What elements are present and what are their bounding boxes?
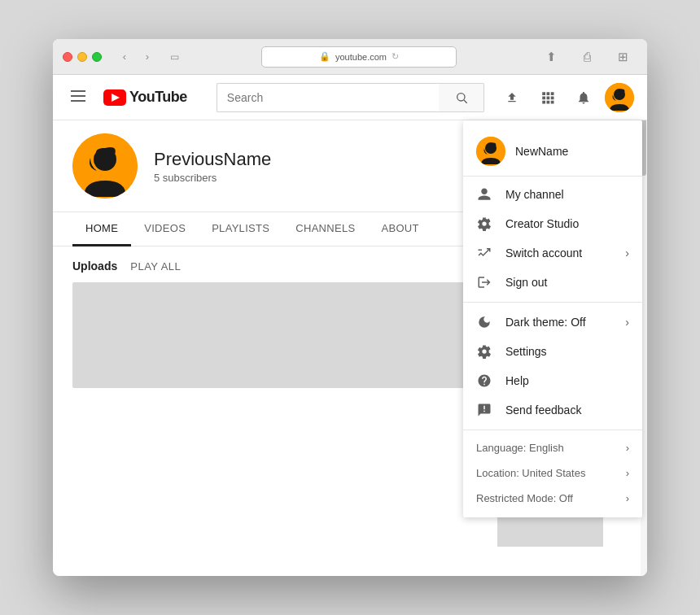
tab-home[interactable]: HOME: [72, 212, 131, 246]
hamburger-menu-button[interactable]: [66, 84, 90, 111]
titlebar-right: ⬆ ⎙ ⊞: [536, 42, 637, 72]
play-all-button[interactable]: PLAY ALL: [130, 260, 181, 273]
svg-rect-1: [71, 95, 85, 97]
yt-header: YouTube: [53, 75, 647, 120]
account-dropdown-menu: NewName My channel Creator Studio: [463, 120, 642, 517]
header-right: [497, 83, 634, 112]
browser-window: ‹ › ▭ 🔒 youtube.com ↻ ⬆ ⎙ ⊞: [53, 39, 647, 576]
youtube-play-icon: [112, 94, 120, 102]
dropdown-item-location[interactable]: Location: United States ›: [463, 460, 642, 486]
address-bar: 🔒 youtube.com ↻: [221, 46, 497, 68]
dropdown-avatar-icon: [476, 137, 505, 166]
svg-rect-9: [547, 96, 550, 99]
dropdown-divider-1: [463, 302, 642, 303]
apps-button[interactable]: [533, 83, 562, 112]
switch-account-icon: [476, 245, 492, 261]
dropdown-item-restricted[interactable]: Restricted Mode: Off ›: [463, 486, 642, 511]
language-label: Language: English: [476, 442, 564, 454]
share-icon[interactable]: ⎙: [572, 42, 602, 72]
location-chevron: ›: [626, 467, 629, 479]
svg-rect-11: [542, 100, 545, 103]
channel-avatar-icon: [72, 133, 138, 198]
creator-studio-label: Creator Studio: [505, 217, 629, 230]
help-icon: [476, 373, 492, 389]
svg-rect-8: [542, 96, 545, 99]
youtube-logo-icon: [103, 89, 126, 106]
tab-channels[interactable]: CHANNELS: [282, 212, 368, 246]
youtube-logo[interactable]: YouTube: [103, 89, 187, 106]
avatar-icon: [605, 83, 634, 112]
titlebar: ‹ › ▭ 🔒 youtube.com ↻ ⬆ ⎙ ⊞: [53, 39, 647, 75]
upload-button[interactable]: [497, 83, 527, 112]
dropdown-username: NewName: [515, 145, 568, 158]
dropdown-item-my-channel[interactable]: My channel: [463, 180, 642, 209]
sign-out-label: Sign out: [505, 276, 629, 289]
language-chevron: ›: [626, 442, 629, 454]
channel-subscribers: 5 subscribers: [154, 172, 475, 184]
close-window-button[interactable]: [63, 52, 72, 62]
account-avatar-button[interactable]: [605, 83, 634, 112]
dropdown-item-settings[interactable]: Settings: [463, 337, 642, 366]
traffic-lights: [63, 52, 102, 62]
channel-avatar: [72, 133, 138, 198]
svg-line-4: [464, 100, 467, 103]
tab-playlists[interactable]: PLAYLISTS: [199, 212, 282, 246]
my-channel-label: My channel: [505, 188, 629, 201]
search-input[interactable]: [217, 83, 439, 112]
tab-videos[interactable]: VIDEOS: [131, 212, 199, 246]
dropdown-user-header: NewName: [463, 127, 642, 177]
youtube-logo-text: YouTube: [129, 89, 187, 106]
svg-point-3: [457, 93, 464, 100]
dark-theme-icon: [476, 314, 492, 330]
notifications-button[interactable]: [569, 83, 598, 112]
settings-label: Settings: [505, 345, 629, 358]
feedback-icon: [476, 402, 492, 418]
dropdown-item-sign-out[interactable]: Sign out: [463, 268, 642, 297]
help-label: Help: [505, 374, 629, 387]
dark-theme-label: Dark theme: Off: [505, 316, 612, 329]
channel-name: PreviousName: [154, 149, 475, 170]
upload-icon[interactable]: ⬆: [536, 42, 566, 72]
restricted-chevron: ›: [626, 492, 629, 504]
dropdown-avatar: [476, 137, 505, 166]
settings-icon: [476, 343, 492, 360]
channel-info: PreviousName 5 subscribers: [154, 149, 475, 184]
location-label: Location: United States: [476, 467, 585, 479]
svg-rect-12: [547, 100, 550, 103]
dropdown-item-dark-theme[interactable]: Dark theme: Off ›: [463, 308, 642, 337]
dropdown-item-language[interactable]: Language: English ›: [463, 435, 642, 460]
url-input[interactable]: 🔒 youtube.com ↻: [261, 46, 457, 68]
svg-rect-7: [551, 92, 554, 95]
svg-rect-10: [551, 96, 554, 99]
dark-theme-chevron: ›: [625, 316, 629, 329]
minimize-window-button[interactable]: [77, 52, 87, 62]
youtube-page: YouTube: [53, 75, 647, 576]
svg-rect-6: [547, 92, 550, 95]
dropdown-item-help[interactable]: Help: [463, 366, 642, 395]
uploads-label: Uploads: [72, 260, 117, 273]
restricted-label: Restricted Mode: Off: [476, 492, 573, 504]
switch-account-label: Switch account: [505, 246, 612, 260]
dropdown-divider-2: [463, 430, 642, 430]
tab-about[interactable]: ABOUT: [368, 212, 431, 246]
svg-rect-13: [551, 100, 554, 103]
maximize-window-button[interactable]: [92, 52, 102, 62]
sign-out-icon: [476, 274, 492, 290]
dropdown-item-switch-account[interactable]: Switch account ›: [463, 238, 642, 268]
svg-rect-5: [542, 92, 545, 95]
forward-button[interactable]: ›: [138, 50, 157, 64]
feedback-label: Send feedback: [505, 403, 629, 417]
switch-account-chevron: ›: [625, 246, 629, 260]
creator-studio-icon: [476, 216, 492, 232]
dropdown-item-feedback[interactable]: Send feedback: [463, 395, 642, 425]
nav-buttons: ‹ ›: [115, 50, 157, 64]
svg-rect-2: [71, 100, 85, 102]
dropdown-item-creator-studio[interactable]: Creator Studio: [463, 209, 642, 238]
new-tab-icon[interactable]: ⊞: [608, 42, 637, 72]
person-icon: [476, 186, 492, 203]
search-button[interactable]: [439, 83, 484, 112]
svg-rect-0: [71, 90, 85, 92]
search-bar: [217, 83, 484, 112]
window-view-button[interactable]: ▭: [167, 50, 182, 63]
back-button[interactable]: ‹: [115, 50, 134, 64]
